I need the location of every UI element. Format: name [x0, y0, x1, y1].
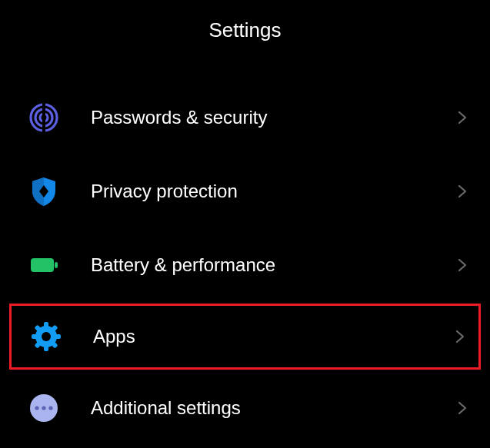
settings-item-additional-settings[interactable]: Additional settings: [0, 371, 490, 445]
chevron-right-icon: [455, 184, 470, 199]
svg-rect-8: [44, 345, 48, 351]
svg-point-17: [35, 406, 38, 410]
settings-item-label: Battery & performance: [91, 254, 455, 276]
settings-item-label: Apps: [93, 326, 452, 347]
settings-item-passwords-security[interactable]: Passwords & security: [0, 81, 490, 154]
settings-list: Passwords & security Privacy protection …: [0, 81, 490, 445]
settings-item-apps[interactable]: Apps: [9, 304, 481, 370]
gear-icon: [30, 320, 62, 353]
settings-item-label: Passwords & security: [91, 107, 455, 128]
dots-icon: [28, 392, 60, 424]
settings-item-label: Additional settings: [91, 397, 455, 419]
svg-rect-9: [32, 334, 38, 339]
chevron-right-icon: [455, 400, 470, 416]
svg-rect-5: [55, 262, 58, 268]
svg-rect-10: [55, 334, 61, 339]
chevron-right-icon: [455, 110, 470, 125]
svg-rect-4: [31, 258, 54, 272]
chevron-right-icon: [452, 329, 468, 344]
svg-rect-7: [44, 322, 48, 328]
svg-rect-3: [42, 101, 45, 134]
page-title: Settings: [0, 18, 490, 42]
svg-point-15: [42, 332, 51, 341]
fingerprint-icon: [28, 101, 60, 134]
svg-point-19: [48, 406, 52, 410]
chevron-right-icon: [455, 257, 470, 273]
page-header: Settings: [0, 0, 490, 81]
settings-item-privacy-protection[interactable]: Privacy protection: [0, 154, 490, 228]
shield-icon: [28, 175, 60, 207]
settings-item-battery-performance[interactable]: Battery & performance: [0, 228, 490, 302]
battery-icon: [28, 249, 60, 281]
svg-point-18: [42, 406, 45, 410]
settings-item-label: Privacy protection: [91, 181, 455, 202]
